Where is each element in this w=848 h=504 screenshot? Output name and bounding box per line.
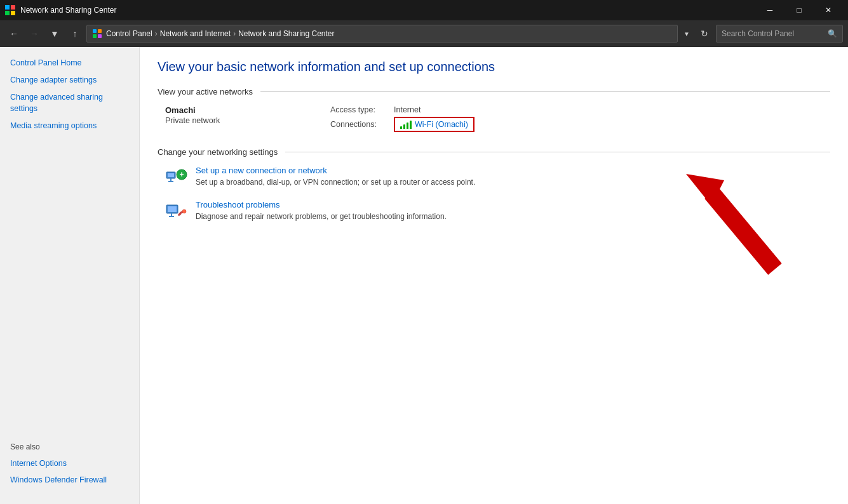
sidebar-item-internet-options[interactable]: Internet Options xyxy=(10,455,129,472)
up-button[interactable]: ↑ xyxy=(66,25,84,43)
search-box[interactable]: 🔍 xyxy=(716,25,843,43)
address-dropdown-button[interactable]: ▼ xyxy=(680,25,693,43)
setup-connection-link[interactable]: Set up a new connection or network xyxy=(196,166,475,175)
change-settings-label: Change your networking settings xyxy=(158,147,278,157)
connections-label: Connections: xyxy=(330,120,394,129)
section-divider-2 xyxy=(285,152,830,152)
path-control-panel: Control Panel xyxy=(106,29,152,38)
forward-button[interactable]: → xyxy=(25,25,43,43)
svg-rect-5 xyxy=(98,29,102,33)
search-input[interactable] xyxy=(722,29,828,38)
troubleshoot-item: Troubleshoot problems Diagnose and repai… xyxy=(158,200,830,223)
section-divider xyxy=(260,91,830,92)
svg-rect-9 xyxy=(168,173,174,177)
see-also-label: See also xyxy=(10,442,129,451)
address-path[interactable]: Control Panel › Network and Internet › N… xyxy=(86,25,678,43)
sidebar-item-defender-firewall[interactable]: Windows Defender Firewall xyxy=(10,472,129,489)
path-network-internet: Network and Internet xyxy=(160,29,231,38)
troubleshoot-text-block: Troubleshoot problems Diagnose and repai… xyxy=(196,200,447,221)
change-settings-header: Change your networking settings xyxy=(158,147,830,157)
sidebar-see-also: See also Internet Options Windows Defend… xyxy=(0,435,139,497)
troubleshoot-link[interactable]: Troubleshoot problems xyxy=(196,200,447,209)
main-container: Control Panel Home Change adapter settin… xyxy=(0,47,848,504)
back-button[interactable]: ← xyxy=(5,25,23,43)
wifi-link-text: Wi-Fi (Omachi) xyxy=(415,120,468,129)
window-title: Network and Sharing Center xyxy=(20,6,755,15)
network-row: Omachi Private network Access type: Inte… xyxy=(158,105,830,135)
control-panel-icon xyxy=(92,29,102,39)
refresh-button[interactable]: ↻ xyxy=(696,25,713,43)
access-type-row: Access type: Internet xyxy=(330,105,474,114)
svg-rect-3 xyxy=(11,11,15,15)
window-controls: ─ □ ✕ xyxy=(755,0,843,20)
svg-rect-7 xyxy=(98,34,102,38)
close-button[interactable]: ✕ xyxy=(814,0,843,20)
active-networks-header: View your active networks xyxy=(158,87,830,96)
troubleshoot-desc: Diagnose and repair network problems, or… xyxy=(196,212,447,221)
svg-rect-15 xyxy=(168,206,177,212)
troubleshoot-icon xyxy=(165,200,188,223)
app-icon xyxy=(5,5,15,15)
svg-text:+: + xyxy=(179,170,184,179)
network-name-block: Omachi Private network xyxy=(165,105,292,125)
active-networks-label: View your active networks xyxy=(158,87,253,96)
addressbar: ← → ▼ ↑ Control Panel › Network and Inte… xyxy=(0,20,848,47)
setup-icon: + xyxy=(165,166,188,189)
svg-rect-0 xyxy=(5,5,10,10)
setup-connection-item: + Set up a new connection or network Set… xyxy=(158,166,830,189)
path-sharing-center: Network and Sharing Center xyxy=(238,29,334,38)
wifi-connection-link[interactable]: Wi-Fi (Omachi) xyxy=(394,117,474,132)
sidebar-item-adapter-settings[interactable]: Change adapter settings xyxy=(0,72,139,89)
search-icon: 🔍 xyxy=(828,29,837,38)
svg-rect-17 xyxy=(169,216,174,217)
sidebar-item-media-streaming[interactable]: Media streaming options xyxy=(0,117,139,135)
network-name: Omachi xyxy=(165,105,292,115)
maximize-button[interactable]: □ xyxy=(784,0,814,20)
content: View your basic network information and … xyxy=(140,47,848,247)
wifi-signal-icon xyxy=(400,120,412,129)
sidebar-item-advanced-sharing[interactable]: Change advanced sharing settings xyxy=(0,89,139,118)
content-wrapper: View your basic network information and … xyxy=(140,47,848,504)
connections-row: Connections: Wi-Fi (Omachi) xyxy=(330,117,474,132)
svg-rect-10 xyxy=(170,178,172,181)
svg-point-18 xyxy=(182,209,186,213)
svg-rect-1 xyxy=(11,5,15,10)
sidebar: Control Panel Home Change adapter settin… xyxy=(0,47,140,504)
access-type-value: Internet xyxy=(394,105,421,114)
minimize-button[interactable]: ─ xyxy=(755,0,784,20)
network-details: Access type: Internet Connections: xyxy=(330,105,474,135)
network-type: Private network xyxy=(165,116,292,125)
page-title: View your basic network information and … xyxy=(158,60,830,74)
setup-text-block: Set up a new connection or network Set u… xyxy=(196,166,475,187)
svg-rect-4 xyxy=(93,29,97,33)
titlebar: Network and Sharing Center ─ □ ✕ xyxy=(0,0,848,20)
access-type-label: Access type: xyxy=(330,105,394,114)
dropdown-button[interactable]: ▼ xyxy=(46,25,64,43)
svg-rect-6 xyxy=(93,34,97,38)
svg-rect-2 xyxy=(5,11,10,15)
sidebar-item-control-panel-home[interactable]: Control Panel Home xyxy=(0,55,139,72)
svg-rect-11 xyxy=(168,181,173,182)
setup-connection-desc: Set up a broadband, dial-up, or VPN conn… xyxy=(196,178,475,187)
svg-rect-16 xyxy=(171,213,172,216)
